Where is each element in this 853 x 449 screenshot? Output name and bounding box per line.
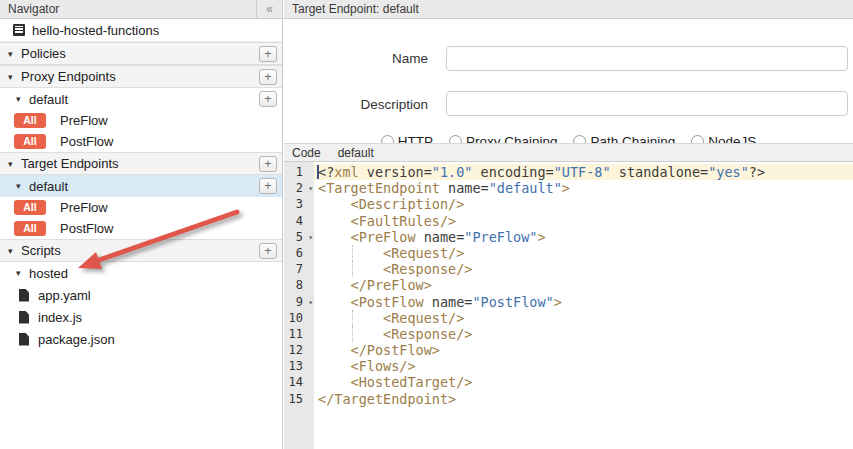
code-editor[interactable]: 12▾345▾6789▾101112131415 <?xml version="… — [284, 162, 853, 449]
line-number[interactable]: 8 — [284, 277, 314, 293]
code-file-label[interactable]: default — [338, 146, 374, 160]
section-scripts[interactable]: ▾ Scripts + — [0, 239, 282, 262]
target-postflow-label: PostFlow — [60, 221, 113, 236]
caret-down-icon[interactable]: ▾ — [16, 94, 29, 104]
add-policy-button[interactable]: + — [259, 46, 277, 62]
add-script-button[interactable]: + — [259, 243, 277, 259]
line-number[interactable]: 15 — [284, 391, 314, 407]
code-line[interactable]: <FaultRules/> — [314, 213, 853, 229]
line-number[interactable]: 2▾ — [284, 180, 314, 196]
line-number[interactable]: 12 — [284, 342, 314, 358]
file-label: app.yaml — [38, 288, 91, 303]
code-line[interactable]: </PreFlow> — [314, 277, 853, 293]
bundle-icon — [13, 24, 25, 36]
indent-guide — [352, 326, 353, 342]
file-icon — [19, 311, 29, 324]
fold-toggle-icon[interactable]: ▾ — [308, 230, 313, 246]
code-line[interactable]: <Flows/> — [314, 358, 853, 374]
proxy-endpoint-default[interactable]: ▾ default + — [0, 88, 282, 110]
name-label: Name — [284, 51, 428, 66]
code-line[interactable]: <Request/> — [314, 245, 853, 261]
code-line[interactable]: <PostFlow name="PostFlow"> — [314, 294, 853, 310]
code-line[interactable]: <TargetEndpoint name="default"> — [314, 180, 853, 196]
caret-down-icon[interactable]: ▾ — [8, 246, 21, 256]
line-number[interactable]: 11 — [284, 326, 314, 342]
line-number[interactable]: 9▾ — [284, 294, 314, 310]
caret-down-icon[interactable]: ▾ — [8, 72, 21, 82]
condition-badge: All — [14, 221, 46, 236]
description-field[interactable] — [446, 91, 848, 116]
file-icon — [19, 289, 29, 302]
indent-guide — [352, 245, 353, 261]
section-proxy-endpoints[interactable]: ▾ Proxy Endpoints + — [0, 65, 282, 88]
section-target-endpoints[interactable]: ▾ Target Endpoints + — [0, 152, 282, 175]
description-label: Description — [284, 97, 428, 112]
line-number[interactable]: 4 — [284, 213, 314, 229]
proxy-postflow-item[interactable]: All PostFlow — [0, 131, 282, 152]
code-line[interactable]: <Response/> — [314, 326, 853, 342]
code-line[interactable]: <HostedTarget/> — [314, 374, 853, 390]
navigator-header: Navigator « — [0, 0, 282, 19]
add-proxy-flow-button[interactable]: + — [259, 91, 277, 107]
line-number[interactable]: 7 — [284, 261, 314, 277]
code-toolbar: Code default — [284, 143, 853, 162]
name-field[interactable] — [446, 46, 848, 71]
code-line[interactable]: </PostFlow> — [314, 342, 853, 358]
code-line[interactable]: <Request/> — [314, 310, 853, 326]
line-number[interactable]: 6 — [284, 245, 314, 261]
section-target-endpoints-label: Target Endpoints — [21, 156, 119, 171]
code-area[interactable]: <?xml version="1.0" encoding="UTF-8" sta… — [314, 162, 853, 449]
line-number[interactable]: 3 — [284, 196, 314, 212]
endpoint-form: Name Description HTTPProxy ChainingPath … — [284, 19, 853, 143]
code-tab-label: Code — [292, 146, 321, 160]
file-item-app-yaml[interactable]: app.yaml — [0, 284, 282, 306]
add-target-flow-button[interactable]: + — [259, 178, 277, 194]
caret-down-icon[interactable]: ▾ — [16, 268, 29, 278]
section-policies-label: Policies — [21, 46, 66, 61]
caret-down-icon[interactable]: ▾ — [8, 49, 21, 59]
bundle-label: hello-hosted-functions — [32, 23, 159, 38]
target-postflow-item[interactable]: All PostFlow — [0, 218, 282, 239]
code-line[interactable]: <PreFlow name="PreFlow"> — [314, 229, 853, 245]
caret-down-icon[interactable]: ▾ — [16, 181, 29, 191]
proxy-endpoint-default-label: default — [29, 92, 68, 107]
proxy-preflow-label: PreFlow — [60, 113, 108, 128]
add-target-endpoint-button[interactable]: + — [259, 156, 277, 172]
file-item-package-json[interactable]: package.json — [0, 328, 282, 350]
condition-badge: All — [14, 200, 46, 215]
file-item-index-js[interactable]: index.js — [0, 306, 282, 328]
condition-badge: All — [14, 134, 46, 149]
bundle-item[interactable]: hello-hosted-functions — [0, 19, 282, 42]
line-number[interactable]: 10 — [284, 310, 314, 326]
line-number[interactable]: 1 — [284, 164, 314, 180]
code-line[interactable]: <?xml version="1.0" encoding="UTF-8" sta… — [314, 164, 853, 180]
code-line[interactable]: <Description/> — [314, 196, 853, 212]
gutter: 12▾345▾6789▾101112131415 — [284, 162, 314, 449]
line-number[interactable]: 5▾ — [284, 229, 314, 245]
fold-toggle-icon[interactable]: ▾ — [308, 295, 313, 311]
navigator-sidebar: Navigator « hello-hosted-functions ▾ Pol… — [0, 0, 283, 449]
section-policies[interactable]: ▾ Policies + — [0, 42, 282, 65]
line-number[interactable]: 14 — [284, 374, 314, 390]
file-icon — [19, 333, 29, 346]
target-endpoint-default[interactable]: ▾ default + — [0, 175, 282, 197]
target-preflow-item[interactable]: All PreFlow — [0, 197, 282, 218]
code-line[interactable]: <Response/> — [314, 261, 853, 277]
indent-guide — [352, 261, 353, 277]
target-endpoint-default-label: default — [29, 179, 68, 194]
fold-toggle-icon[interactable]: ▾ — [308, 181, 313, 197]
add-proxy-endpoint-button[interactable]: + — [259, 69, 277, 85]
line-number[interactable]: 13 — [284, 358, 314, 374]
text-cursor — [317, 165, 319, 179]
collapse-sidebar-icon[interactable]: « — [256, 0, 282, 18]
caret-down-icon[interactable]: ▾ — [8, 159, 21, 169]
code-line[interactable]: </TargetEndpoint> — [314, 391, 853, 407]
section-scripts-label: Scripts — [21, 243, 61, 258]
panel-title: Target Endpoint: default — [292, 2, 419, 16]
scripts-folder-hosted[interactable]: ▾ hosted — [0, 262, 282, 284]
scripts-folder-hosted-label: hosted — [29, 266, 68, 281]
panel-header: Target Endpoint: default — [284, 0, 853, 19]
proxy-preflow-item[interactable]: All PreFlow — [0, 110, 282, 131]
file-label: package.json — [38, 332, 115, 347]
condition-badge: All — [14, 113, 46, 128]
